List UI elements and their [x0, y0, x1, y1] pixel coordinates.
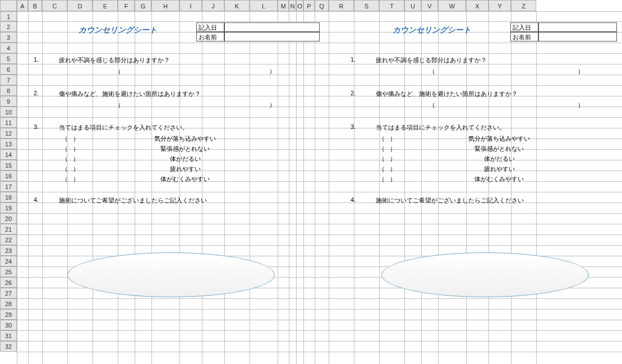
chk5-right: 体がむくみやすい	[409, 175, 589, 183]
q1-paren-r-left: ）	[269, 67, 275, 76]
date-field-right[interactable]	[538, 22, 617, 32]
name-label-right: お名前	[510, 32, 538, 42]
chk2-left: 緊張感がとれない	[95, 145, 275, 153]
row-header-2[interactable]: 2	[0, 21, 17, 32]
q4-num-right: 4.	[351, 196, 356, 203]
chk-r-1-right: ）	[390, 135, 396, 143]
row-header-9[interactable]: 9	[0, 96, 17, 107]
col-header-V[interactable]: V	[421, 0, 438, 11]
col-header-C[interactable]: C	[42, 0, 67, 11]
form-title-right: カウンセリングシート	[370, 25, 494, 35]
col-header-T[interactable]: T	[379, 0, 404, 11]
col-header-S[interactable]: S	[354, 0, 379, 11]
q2-paren-r-left: ）	[269, 101, 275, 109]
name-field-right[interactable]	[538, 32, 617, 42]
col-header-Q[interactable]: Q	[315, 0, 329, 11]
col-header-A[interactable]: A	[17, 0, 28, 11]
q4-num-left: 4.	[34, 196, 39, 203]
q2-num-left: 2.	[34, 90, 39, 96]
chk-l-1-left: （	[62, 135, 68, 143]
row-header-11[interactable]: 11	[0, 117, 17, 128]
row-header-15[interactable]: 15	[0, 160, 17, 171]
col-header-Y[interactable]: Y	[489, 0, 511, 11]
row-header-16[interactable]: 16	[0, 171, 17, 181]
row-header-5[interactable]: 5	[0, 53, 17, 64]
col-header-D[interactable]: D	[67, 0, 93, 11]
col-header-M[interactable]: M	[278, 0, 289, 11]
chk1-right: 気分が落ち込みやすい	[409, 135, 589, 143]
row-header-28[interactable]: 28	[0, 298, 17, 309]
col-header-L[interactable]: L	[250, 0, 278, 11]
col-header-P[interactable]: P	[303, 0, 315, 11]
col-header-J[interactable]: J	[202, 0, 224, 11]
row-header-32[interactable]: 32	[0, 341, 17, 352]
col-header-K[interactable]: K	[224, 0, 250, 11]
row-header-10[interactable]: 10	[0, 107, 17, 117]
stamp-ellipse-left	[67, 252, 275, 297]
row-header-13[interactable]: 13	[0, 139, 17, 149]
col-header-B[interactable]: B	[28, 0, 42, 11]
col-header-O[interactable]: O	[296, 0, 303, 11]
row-header-21[interactable]: 21	[0, 224, 17, 234]
row-header-25[interactable]: 25	[0, 266, 17, 277]
row-header-22[interactable]: 22	[0, 234, 17, 245]
row-header-31[interactable]: 31	[0, 330, 17, 341]
cell-area[interactable]: カウンセリングシート 記入日 お名前 1. 疲れや不調を感じる部分はありますか？…	[17, 11, 622, 364]
row-header-8[interactable]: 8	[0, 85, 17, 96]
row-header-17[interactable]: 17	[0, 181, 17, 192]
row-header-12[interactable]: 12	[0, 128, 17, 139]
col-header-R[interactable]: R	[329, 0, 354, 11]
row-header-1[interactable]: 1	[0, 11, 17, 21]
chk-r-2-right: ）	[390, 145, 396, 153]
row-header-24[interactable]: 24	[0, 256, 17, 266]
col-header-N[interactable]: N	[289, 0, 296, 11]
q1-right: 疲れや不調を感じる部分はありますか？	[376, 56, 487, 64]
chk-r-4-right: ）	[390, 165, 396, 173]
col-header-H[interactable]: H	[151, 0, 179, 11]
col-header-U[interactable]: U	[404, 0, 421, 11]
chk-r-1-left: ）	[73, 135, 79, 143]
chk5-left: 体がむくみやすい	[95, 175, 275, 183]
row-header-19[interactable]: 19	[0, 202, 17, 213]
col-header-F[interactable]: F	[118, 0, 135, 11]
spreadsheet-grid: ABCDEFGHIJKLMNOPQRSTUVWXYZ 1234567891011…	[0, 0, 622, 364]
row-header-23[interactable]: 23	[0, 245, 17, 256]
q3-num-left: 3.	[34, 123, 39, 130]
col-header-W[interactable]: W	[438, 0, 466, 11]
col-header-X[interactable]: X	[466, 0, 489, 11]
row-header-27[interactable]: 27	[0, 288, 17, 298]
chk4-right: 疲れやすい	[409, 165, 589, 173]
chk-l-4-right: （	[379, 165, 385, 173]
name-label-left: お名前	[196, 32, 224, 42]
q2-right: 傷や痛みなど、施術を避けたい箇所はありますか？	[376, 90, 518, 98]
row-header-14[interactable]: 14	[0, 149, 17, 160]
row-header-30[interactable]: 30	[0, 320, 17, 330]
row-header-6[interactable]: 6	[0, 64, 17, 75]
name-field-left[interactable]	[224, 32, 320, 42]
chk-r-3-right: ）	[390, 155, 396, 163]
date-label-left: 記入日	[196, 22, 224, 32]
q3-left: 当てはまる項目にチェックを入れてください。	[59, 123, 188, 132]
col-header-G[interactable]: G	[135, 0, 151, 11]
chk1-left: 気分が落ち込みやすい	[95, 135, 275, 143]
row-header-29[interactable]: 29	[0, 309, 17, 320]
col-header-I[interactable]: I	[179, 0, 202, 11]
chk2-right: 緊張感がとれない	[409, 145, 589, 153]
row-header-3[interactable]: 3	[0, 32, 17, 43]
col-header-Z[interactable]: Z	[511, 0, 536, 11]
select-all-corner[interactable]	[0, 0, 17, 11]
q4-right: 施術についてご希望がございましたらご記入ください	[376, 196, 524, 205]
stamp-ellipse-right	[381, 252, 589, 297]
chk-l-3-left: （	[62, 155, 68, 163]
q4-left: 施術についてご希望がございましたらご記入ください	[59, 196, 207, 205]
q3-right: 当てはまる項目にチェックを入れてください。	[376, 123, 505, 132]
q1-paren-l-right: （	[429, 67, 435, 76]
col-header-E[interactable]: E	[93, 0, 118, 11]
row-header-26[interactable]: 26	[0, 277, 17, 288]
chk4-left: 疲れやすい	[95, 165, 275, 173]
row-header-20[interactable]: 20	[0, 213, 17, 224]
row-header-18[interactable]: 18	[0, 192, 17, 202]
row-header-7[interactable]: 7	[0, 75, 17, 85]
date-field-left[interactable]	[224, 22, 320, 32]
row-header-4[interactable]: 4	[0, 43, 17, 53]
